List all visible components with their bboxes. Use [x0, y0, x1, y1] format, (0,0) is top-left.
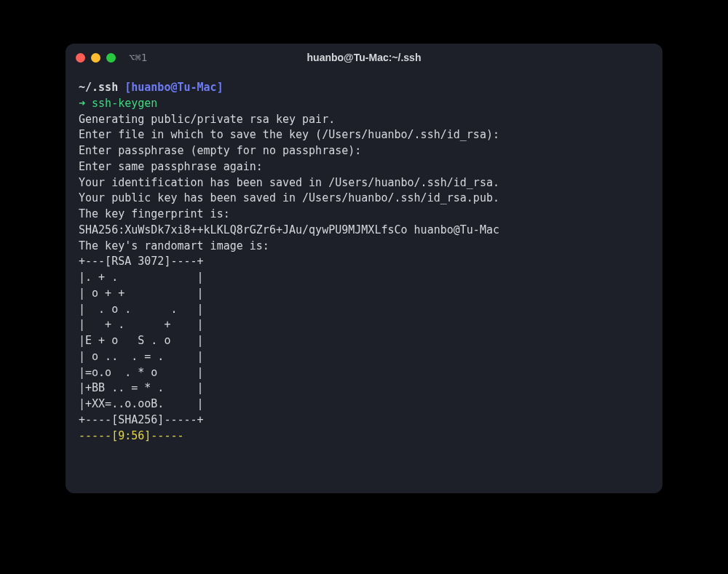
traffic-lights	[76, 53, 116, 63]
output-line: Enter passphrase (empty for no passphras…	[79, 144, 361, 157]
time-marker: -----[9:56]-----	[79, 429, 184, 442]
close-icon[interactable]	[76, 53, 85, 63]
randomart-line: |. + . |	[79, 271, 204, 284]
terminal-body[interactable]: ~/.ssh [huanbo@Tu-Mac] ➜ ssh-keygen Gene…	[66, 71, 662, 493]
output-line: Your public key has been saved in /Users…	[79, 191, 499, 204]
tab-label[interactable]: ⌥⌘1	[129, 52, 147, 63]
maximize-icon[interactable]	[106, 53, 116, 63]
output-line: The key's randomart image is:	[79, 239, 269, 252]
randomart-line: |+XX=..o.ooB. |	[79, 397, 204, 410]
output-line: Enter file in which to save the key (/Us…	[79, 128, 499, 141]
output-line: Enter same passphrase again:	[79, 160, 263, 173]
output-line: Generating public/private rsa key pair.	[79, 113, 335, 126]
titlebar: ⌥⌘1 huanbo@Tu-Mac:~/.ssh	[66, 44, 662, 71]
command-text: ssh-keygen	[92, 97, 157, 110]
randomart-line: | o + + |	[79, 287, 204, 300]
randomart-line: |E + o S . o |	[79, 334, 204, 347]
randomart-line: |+BB .. = * . |	[79, 381, 204, 394]
minimize-icon[interactable]	[91, 53, 100, 63]
prompt-arrow-icon: ➜	[79, 97, 85, 110]
randomart-line: +---[RSA 3072]----+	[79, 255, 204, 268]
randomart-line: |=o.o . * o |	[79, 366, 204, 379]
randomart-line: | + . + |	[79, 318, 204, 331]
randomart-line: | o .. . = . |	[79, 350, 204, 363]
output-line: SHA256:XuWsDk7xi8++kLKLQ8rGZr6+JAu/qywPU…	[79, 223, 499, 236]
window-title: huanbo@Tu-Mac:~/.ssh	[307, 52, 422, 63]
terminal-window: ⌥⌘1 huanbo@Tu-Mac:~/.ssh ~/.ssh [huanbo@…	[66, 44, 662, 493]
randomart-line: +----[SHA256]-----+	[79, 413, 204, 426]
output-line: The key fingerprint is:	[79, 207, 230, 220]
randomart-line: | . o . . |	[79, 303, 204, 316]
prompt-user-host: [huanbo@Tu-Mac]	[124, 81, 223, 94]
output-line: Your identification has been saved in /U…	[79, 176, 499, 189]
prompt-path: ~/.ssh	[79, 81, 118, 94]
